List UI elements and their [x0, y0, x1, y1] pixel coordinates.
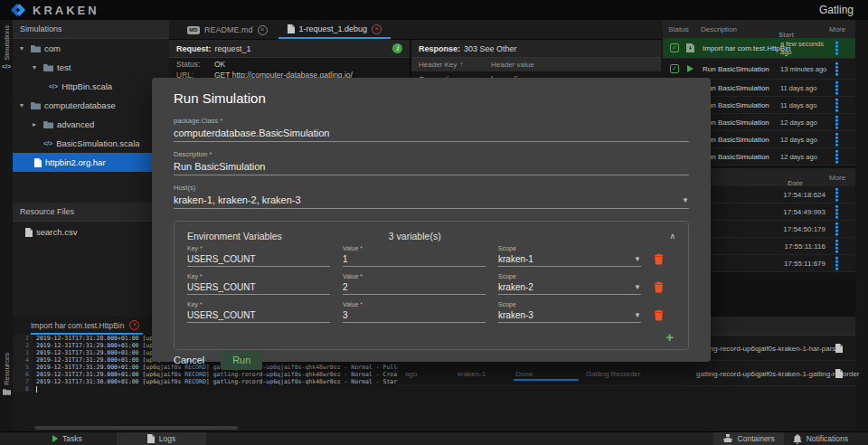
tree-item-label: test	[57, 62, 71, 72]
chevron-down-icon[interactable]: ▾	[20, 101, 27, 109]
task-row[interactable]: ✓ Run BasicSimulation 13 minutes ago	[663, 59, 855, 80]
env-key-field[interactable]: Key *USERS_COUNT	[187, 273, 330, 295]
env-value-input[interactable]: 2	[343, 282, 486, 295]
file-icon	[34, 158, 42, 167]
statusbar-tasks[interactable]: Tasks	[43, 432, 91, 445]
close-icon[interactable]: ×	[372, 24, 382, 34]
statusbar-notifications-label: Notifications	[807, 434, 848, 443]
env-scope-field[interactable]: Scopekraken-1▼	[498, 245, 641, 267]
package-class-input[interactable]: computerdatabase.BasicSimulation	[174, 128, 689, 142]
delete-variable-icon[interactable]	[654, 309, 675, 321]
env-key-input[interactable]: USERS_COUNT	[187, 310, 330, 323]
container-name: gatling-record-up6qjaif0s-kraken-1-har-p…	[696, 344, 842, 352]
env-scope-field[interactable]: Scopekraken-3▼	[498, 301, 641, 323]
delete-variable-icon[interactable]	[654, 281, 675, 293]
folder-icon	[43, 120, 53, 128]
tree-item-httpbin-scala[interactable]: </> HttpBin.scala	[13, 77, 169, 96]
debug-row-date: 17:54:18:624	[762, 191, 826, 199]
more-menu-icon[interactable]	[835, 42, 838, 55]
dialog-title: Run Simulation	[174, 90, 689, 106]
code-icon: </>	[2, 63, 11, 70]
resource-item-search-csv[interactable]: search.csv	[13, 222, 169, 241]
more-menu-icon[interactable]	[835, 205, 838, 219]
add-variable-icon[interactable]: +	[665, 329, 674, 345]
more-menu-icon[interactable]	[835, 188, 838, 202]
close-icon[interactable]: ×	[258, 25, 268, 35]
tree-item-computerdatabase[interactable]: ▾ computerdatabase	[13, 96, 169, 115]
more-menu-icon[interactable]	[835, 81, 838, 95]
tab-request-debug[interactable]: 1-request_1.debug ×	[278, 21, 392, 39]
tab-readme[interactable]: MD README.md ×	[178, 21, 277, 39]
statusbar-notifications[interactable]: Notifications	[784, 432, 857, 445]
task-date: 11 days ago	[780, 84, 827, 92]
column-header-key[interactable]: Header Key	[419, 61, 457, 69]
env-key-field[interactable]: Key *USERS_COUNT	[187, 245, 330, 267]
hosts-label: Host(s)	[174, 184, 689, 192]
response-title-label: Response:	[419, 44, 460, 53]
statusbar-tasks-label: Tasks	[62, 434, 82, 443]
simulations-header-label: Simulations	[20, 24, 62, 33]
task-description: Run BasicSimulation	[703, 101, 769, 109]
more-menu-icon[interactable]	[835, 62, 838, 76]
log-file-icon[interactable]	[835, 369, 843, 378]
log-file-icon[interactable]	[835, 344, 843, 353]
hosts-field[interactable]: Host(s) kraken-1, kraken-2, kraken-3▼	[174, 184, 689, 209]
request-status-label: Status:	[176, 60, 214, 69]
column-more: More	[829, 25, 845, 33]
horizontal-scrollbar[interactable]	[34, 426, 238, 430]
environment-variables-header[interactable]: Environment Variables 3 variable(s) ∧	[187, 227, 675, 245]
tree-item-advanced[interactable]: ▸ advanced	[13, 115, 169, 134]
chevron-down-icon[interactable]: ▾	[20, 44, 27, 52]
tree-item-label: advanced	[57, 119, 94, 129]
tree-item-test[interactable]: ▾ test	[13, 58, 169, 77]
more-menu-icon[interactable]	[835, 257, 838, 270]
chevron-down-icon[interactable]: ▾	[33, 63, 40, 71]
task-row[interactable]: ✓ Import har com.test.HttpBin a few seco…	[663, 38, 855, 59]
status-check-icon[interactable]: ✓	[670, 43, 679, 52]
statusbar-logs[interactable]: Logs	[117, 432, 206, 445]
request-title-value: request_1	[215, 44, 251, 53]
env-scope-select[interactable]: kraken-3▼	[498, 310, 641, 323]
console-tab[interactable]: Import har com.test.HttpBin ×	[31, 320, 143, 335]
package-class-field[interactable]: package.Class * computerdatabase.BasicSi…	[174, 117, 689, 142]
env-value-field[interactable]: Value *3	[343, 301, 486, 323]
env-value-input[interactable]: 1	[343, 254, 486, 267]
rail-tab-resources[interactable]: Resources	[0, 353, 13, 395]
cancel-button[interactable]: Cancel	[174, 355, 204, 365]
tree-item-basicsimulation-scala[interactable]: </> BasicSimulation.scala	[13, 134, 169, 153]
delete-variable-icon[interactable]	[654, 253, 675, 265]
description-input[interactable]: Run BasicSimulation	[174, 161, 689, 175]
more-menu-icon[interactable]	[835, 99, 838, 112]
description-field[interactable]: Description * Run BasicSimulation	[174, 150, 689, 175]
rail-tab-simulations[interactable]: Simulations </>	[0, 25, 13, 70]
more-menu-icon[interactable]	[835, 116, 838, 129]
more-menu-icon[interactable]	[835, 150, 838, 164]
env-scope-select[interactable]: kraken-1▼	[498, 254, 641, 267]
statusbar-containers[interactable]: Containers	[713, 432, 784, 445]
collapse-icon[interactable]: ∧	[669, 232, 675, 241]
env-scope-select[interactable]: kraken-2▼	[498, 282, 641, 295]
env-value-input[interactable]: 3	[343, 310, 486, 323]
env-key-field[interactable]: Key *USERS_COUNT	[187, 301, 330, 323]
env-scope-field[interactable]: Scopekraken-2▼	[498, 273, 641, 295]
left-rail: Simulations </> Resources	[0, 20, 13, 431]
hosts-select[interactable]: kraken-1, kraken-2, kraken-3▼	[174, 194, 689, 209]
more-menu-icon[interactable]	[835, 222, 838, 236]
column-status[interactable]: Status	[668, 25, 689, 33]
close-icon[interactable]: ×	[129, 320, 139, 330]
tree-item-com[interactable]: ▾ com	[13, 39, 169, 58]
more-menu-icon[interactable]	[835, 240, 838, 253]
column-description[interactable]: Description	[701, 25, 737, 33]
chevron-right-icon[interactable]: ▸	[33, 120, 40, 128]
info-icon[interactable]: i	[392, 43, 402, 53]
app-logo-text: KRAKEN	[33, 4, 99, 17]
env-value-field[interactable]: Value *1	[343, 245, 486, 267]
run-button[interactable]: Run	[221, 350, 262, 370]
more-menu-icon[interactable]	[835, 133, 838, 147]
column-header-value[interactable]: Header value	[491, 61, 534, 69]
env-value-field[interactable]: Value *2	[343, 273, 486, 295]
tree-item-httpbin2-har-selected[interactable]: httpbin2.org.har	[13, 153, 169, 172]
env-key-input[interactable]: USERS_COUNT	[187, 282, 330, 295]
status-check-icon[interactable]: ✓	[670, 64, 679, 73]
env-key-input[interactable]: USERS_COUNT	[187, 254, 330, 267]
